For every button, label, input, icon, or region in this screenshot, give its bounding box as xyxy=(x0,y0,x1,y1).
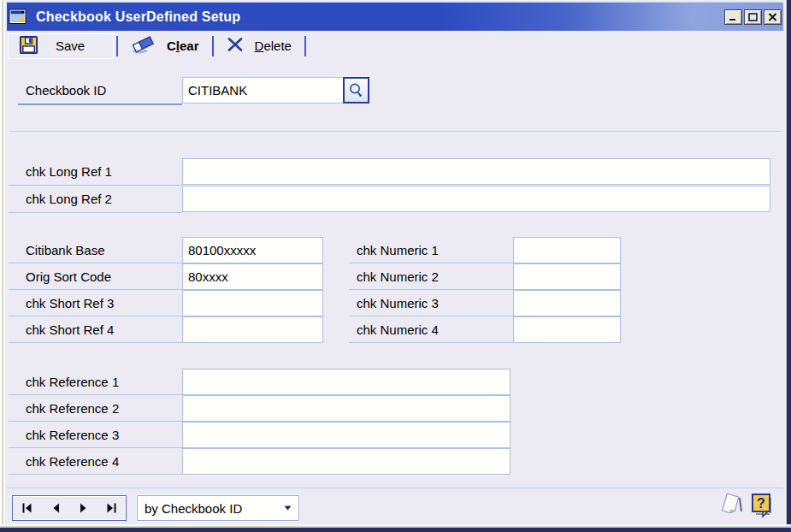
close-button[interactable] xyxy=(764,9,782,25)
form-row: Orig Sort Code chk Numeric 2 xyxy=(9,263,621,290)
reference-1-input[interactable] xyxy=(182,369,511,395)
note-button[interactable] xyxy=(717,491,747,520)
record-navigation xyxy=(12,495,127,521)
form-row: chk Long Ref 2 xyxy=(9,186,770,213)
last-record-button[interactable] xyxy=(97,496,126,520)
checkbook-userdefined-setup-window: Checkbook UserDefined Setup xyxy=(0,0,791,532)
checkbook-id-input[interactable] xyxy=(182,77,344,103)
save-label: Save xyxy=(56,38,85,53)
reference-1-label: chk Reference 1 xyxy=(9,369,182,395)
numeric-3-input[interactable] xyxy=(513,290,621,316)
eraser-icon xyxy=(131,34,156,57)
close-icon xyxy=(768,13,777,21)
form-row: chk Short Ref 4 chk Numeric 4 xyxy=(9,316,621,343)
column-gap xyxy=(323,237,349,263)
next-record-button[interactable] xyxy=(69,496,97,520)
long-ref-2-input[interactable] xyxy=(182,186,770,212)
numeric-1-label: chk Numeric 1 xyxy=(349,237,513,263)
maximize-button[interactable] xyxy=(744,9,762,25)
citibank-base-input[interactable] xyxy=(182,237,323,263)
window-title: Checkbook UserDefined Setup xyxy=(36,9,240,25)
toolbar-separator xyxy=(304,36,306,56)
numeric-1-input[interactable] xyxy=(513,237,621,263)
previous-record-button[interactable] xyxy=(41,496,69,520)
minimize-icon xyxy=(729,13,738,21)
save-button[interactable]: Save xyxy=(8,33,114,59)
short-ref-4-input[interactable] xyxy=(182,316,323,343)
column-gap xyxy=(323,290,349,316)
long-ref-1-label: chk Long Ref 1 xyxy=(9,158,182,186)
statusbar-divider xyxy=(7,488,783,488)
chevron-down-icon xyxy=(284,505,292,511)
short-ref-3-label: chk Short Ref 3 xyxy=(9,290,182,316)
form-row: chk Long Ref 1 xyxy=(9,158,770,186)
form-row: Citibank Base chk Numeric 1 xyxy=(9,237,621,263)
magnifier-icon xyxy=(348,82,364,98)
middle-section: Citibank Base chk Numeric 1 Orig Sort Co… xyxy=(9,237,621,343)
delete-label: Delete xyxy=(255,38,292,53)
checkbook-id-prompt-underline xyxy=(18,103,182,105)
sort-by-value: by Checkbook ID xyxy=(138,501,276,516)
long-ref-1-input[interactable] xyxy=(182,158,770,185)
next-record-icon xyxy=(80,503,88,513)
sort-by-dropdown-arrow[interactable] xyxy=(276,496,298,520)
numeric-2-input[interactable] xyxy=(513,263,621,290)
orig-sort-code-label: Orig Sort Code xyxy=(9,263,182,290)
long-ref-2-label: chk Long Ref 2 xyxy=(9,186,182,213)
window-frame-bottom xyxy=(0,524,791,532)
reference-3-input[interactable] xyxy=(182,422,511,448)
toolbar-separator xyxy=(212,36,214,56)
window-frame-right xyxy=(783,0,791,532)
window-icon xyxy=(9,8,29,27)
orig-sort-code-input[interactable] xyxy=(182,263,323,290)
checkbook-lookup-button[interactable] xyxy=(343,77,369,103)
window-controls xyxy=(724,9,786,25)
minimize-button[interactable] xyxy=(724,9,742,25)
citibank-base-label: Citibank Base xyxy=(9,237,182,263)
previous-record-icon xyxy=(51,503,60,513)
help-button[interactable]: ? xyxy=(750,493,774,519)
clear-button[interactable]: Clear xyxy=(121,33,210,59)
maximize-icon xyxy=(748,13,758,21)
note-page-icon xyxy=(717,491,747,518)
window-frame-top xyxy=(0,0,791,3)
form-row: chk Short Ref 3 chk Numeric 3 xyxy=(9,290,621,316)
form-row: chk Reference 2 xyxy=(9,395,511,422)
long-ref-section: chk Long Ref 1 chk Long Ref 2 xyxy=(9,158,770,213)
checkbook-id-label: Checkbook ID xyxy=(26,77,106,103)
clear-label: Clear xyxy=(167,38,199,53)
column-gap xyxy=(323,263,349,290)
window-frame-left xyxy=(0,0,7,532)
delete-x-icon xyxy=(227,37,245,55)
numeric-2-label: chk Numeric 2 xyxy=(349,263,513,290)
reference-4-label: chk Reference 4 xyxy=(9,448,182,475)
title-bar[interactable]: Checkbook UserDefined Setup xyxy=(3,3,786,31)
form-row: chk Reference 1 xyxy=(9,369,511,395)
numeric-4-input[interactable] xyxy=(513,316,621,343)
first-record-button[interactable] xyxy=(13,496,41,520)
save-icon xyxy=(19,35,38,57)
numeric-3-label: chk Numeric 3 xyxy=(349,290,513,316)
section-divider xyxy=(9,131,782,132)
numeric-4-label: chk Numeric 4 xyxy=(349,316,513,343)
help-question-icon: ? xyxy=(751,493,774,518)
first-record-icon xyxy=(21,503,32,513)
short-ref-3-input[interactable] xyxy=(182,290,323,316)
short-ref-4-label: chk Short Ref 4 xyxy=(9,316,182,343)
delete-button[interactable]: Delete xyxy=(216,33,302,59)
sort-by-dropdown[interactable]: by Checkbook ID xyxy=(137,495,299,521)
reference-2-label: chk Reference 2 xyxy=(9,395,182,422)
reference-3-label: chk Reference 3 xyxy=(9,422,182,448)
form-row: chk Reference 4 xyxy=(9,448,511,475)
column-gap xyxy=(323,316,349,343)
toolbar: Save Clear Delete xyxy=(7,31,783,61)
last-record-icon xyxy=(106,503,117,513)
form-row: chk Reference 3 xyxy=(9,422,511,448)
svg-text:?: ? xyxy=(757,496,765,511)
reference-section: chk Reference 1 chk Reference 2 chk Refe… xyxy=(9,369,511,475)
reference-2-input[interactable] xyxy=(182,395,511,422)
reference-4-input[interactable] xyxy=(182,448,511,475)
toolbar-separator xyxy=(116,36,118,56)
